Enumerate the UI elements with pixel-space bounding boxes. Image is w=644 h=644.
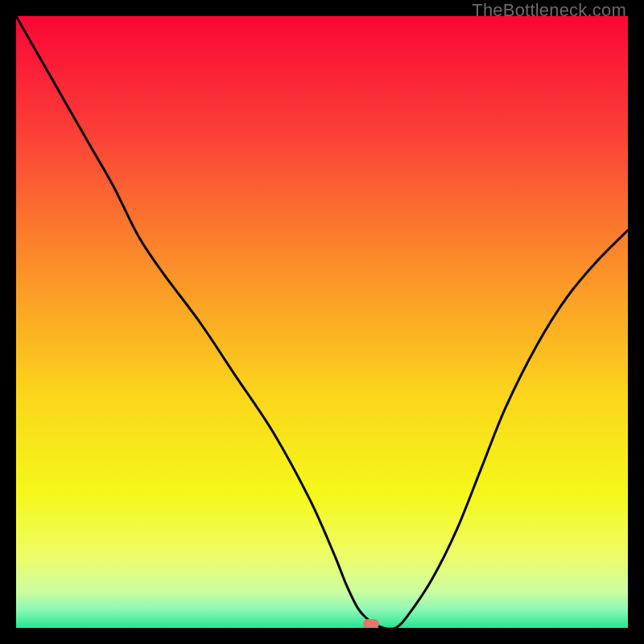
chart-frame: TheBottleneck.com [0, 0, 644, 644]
watermark-text: TheBottleneck.com [472, 0, 626, 21]
curve-min-marker [363, 619, 379, 628]
bottleneck-curve [16, 16, 628, 628]
plot-area [16, 16, 628, 628]
curve-layer [16, 16, 628, 628]
